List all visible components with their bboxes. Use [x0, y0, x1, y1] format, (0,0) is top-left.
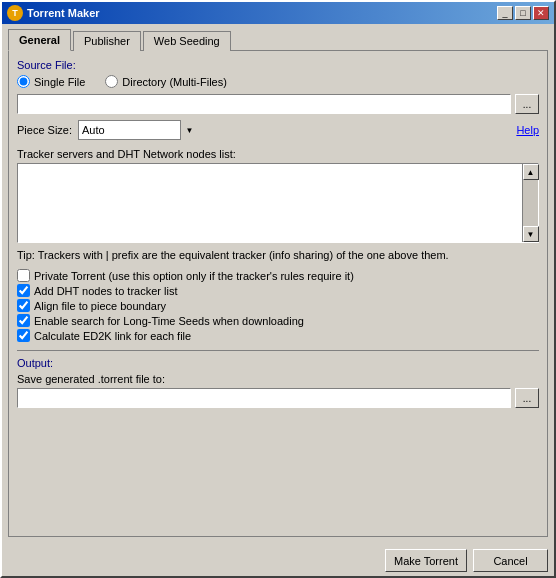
align-file-label: Align file to piece boundary [34, 300, 166, 312]
output-divider [17, 350, 539, 351]
piece-size-select[interactable]: Auto 256 KB 512 KB 1 MB 2 MB [78, 120, 198, 140]
output-path-input[interactable] [17, 388, 511, 408]
tab-general[interactable]: General [8, 29, 71, 51]
align-file-checkbox[interactable] [17, 299, 30, 312]
ed2k-link-label: Calculate ED2K link for each file [34, 330, 191, 342]
checkbox-search: Enable search for Long-Time Seeds when d… [17, 314, 539, 327]
private-torrent-label: Private Torrent (use this option only if… [34, 270, 354, 282]
window-title: Torrent Maker [27, 7, 100, 19]
window-content: General Publisher Web Seeding Source Fil… [2, 24, 554, 543]
enable-search-checkbox[interactable] [17, 314, 30, 327]
ed2k-link-checkbox[interactable] [17, 329, 30, 342]
output-label: Output: [17, 357, 539, 369]
source-browse-button[interactable]: ... [515, 94, 539, 114]
dht-nodes-label: Add DHT nodes to tracker list [34, 285, 177, 297]
directory-radio[interactable] [105, 75, 118, 88]
checkbox-private: Private Torrent (use this option only if… [17, 269, 539, 282]
checkboxes-group: Private Torrent (use this option only if… [17, 269, 539, 342]
close-button[interactable]: ✕ [533, 6, 549, 20]
tracker-area-wrapper: ▲ ▼ [17, 163, 539, 243]
source-file-input[interactable] [17, 94, 511, 114]
source-file-row: ... [17, 94, 539, 114]
output-file-row: ... [17, 388, 539, 408]
output-save-label: Save generated .torrent file to: [17, 373, 539, 385]
title-bar-left: T Torrent Maker [7, 5, 100, 21]
bottom-buttons: Make Torrent Cancel [2, 543, 554, 576]
source-type-group: Single File Directory (Multi-Files) [17, 75, 539, 88]
scroll-down-button[interactable]: ▼ [523, 226, 539, 242]
checkbox-align: Align file to piece boundary [17, 299, 539, 312]
piece-size-label: Piece Size: [17, 124, 72, 136]
main-window: T Torrent Maker _ □ ✕ General Publisher … [0, 0, 556, 578]
checkbox-ed2k: Calculate ED2K link for each file [17, 329, 539, 342]
help-link[interactable]: Help [516, 124, 539, 136]
tab-panel-general: Source File: Single File Directory (Mult… [8, 50, 548, 537]
tracker-textarea[interactable] [18, 164, 522, 242]
tab-bar: General Publisher Web Seeding [8, 29, 548, 51]
piece-size-row: Piece Size: Auto 256 KB 512 KB 1 MB 2 MB… [17, 120, 539, 140]
tracker-scrollbar: ▲ ▼ [522, 164, 538, 242]
title-buttons: _ □ ✕ [497, 6, 549, 20]
tab-web-seeding[interactable]: Web Seeding [143, 31, 231, 51]
tip-text: Tip: Trackers with | prefix are the equi… [17, 248, 539, 263]
single-file-option[interactable]: Single File [17, 75, 85, 88]
tab-publisher[interactable]: Publisher [73, 31, 141, 51]
directory-option[interactable]: Directory (Multi-Files) [105, 75, 227, 88]
scroll-up-button[interactable]: ▲ [523, 164, 539, 180]
cancel-button[interactable]: Cancel [473, 549, 548, 572]
title-bar: T Torrent Maker _ □ ✕ [2, 2, 554, 24]
checkbox-dht: Add DHT nodes to tracker list [17, 284, 539, 297]
minimize-button[interactable]: _ [497, 6, 513, 20]
make-torrent-button[interactable]: Make Torrent [385, 549, 467, 572]
single-file-label: Single File [34, 76, 85, 88]
output-browse-button[interactable]: ... [515, 388, 539, 408]
piece-size-wrapper: Auto 256 KB 512 KB 1 MB 2 MB ▼ [78, 120, 198, 140]
enable-search-label: Enable search for Long-Time Seeds when d… [34, 315, 304, 327]
private-torrent-checkbox[interactable] [17, 269, 30, 282]
directory-label: Directory (Multi-Files) [122, 76, 227, 88]
output-section: Output: Save generated .torrent file to:… [17, 350, 539, 408]
dht-nodes-checkbox[interactable] [17, 284, 30, 297]
tracker-label: Tracker servers and DHT Network nodes li… [17, 148, 539, 160]
app-icon: T [7, 5, 23, 21]
maximize-button[interactable]: □ [515, 6, 531, 20]
single-file-radio[interactable] [17, 75, 30, 88]
source-file-label: Source File: [17, 59, 539, 71]
scroll-track [523, 180, 538, 226]
